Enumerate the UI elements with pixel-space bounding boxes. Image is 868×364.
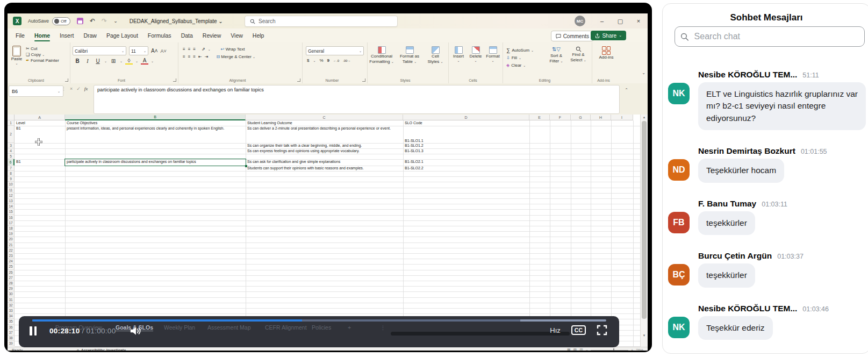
row-header-22: 22 [8, 248, 15, 253]
underline-button: U [94, 58, 102, 64]
comments-button: Comments [551, 31, 594, 41]
sender-name: Nesibe KÖROĞLU TEM... [698, 304, 797, 313]
row-header-21: 21 [8, 242, 15, 248]
grid-line [15, 253, 640, 254]
paste-icon [12, 46, 21, 56]
row-header-23: 23 [8, 253, 15, 259]
volume-icon[interactable] [130, 326, 141, 336]
bold-button: B [74, 58, 81, 64]
excel-search-box: Search [245, 16, 398, 27]
chat-panel: Sohbet Mesajları NK Nesibe KÖROĞLU TEM..… [662, 3, 868, 354]
accessibility-icon: ⚙ [76, 348, 79, 351]
grid-line [15, 176, 640, 177]
grid-line [15, 231, 640, 232]
chat-search-input[interactable] [693, 31, 859, 42]
row-header-34: 34 [8, 313, 15, 319]
grid-line [15, 226, 640, 226]
delete-cells-icon [472, 46, 480, 54]
chat-message-list[interactable]: NK Nesibe KÖROĞLU TEM... 51:11 ELT ve Li… [668, 70, 866, 353]
fullscreen-button[interactable] [597, 325, 607, 336]
message-bubble: ELT ve Linguistics hazırlık gruplarınız … [698, 82, 866, 130]
time-display: 00:28:10/01:00:00 [49, 327, 116, 335]
playback-speed-button[interactable]: Hız [550, 326, 561, 334]
column-header-E: E [529, 115, 550, 120]
grid-line [15, 303, 640, 303]
player-control-bar[interactable]: Program OverviewGoals & SLOsWeekly PlanA… [19, 316, 619, 347]
sheet-menu-ghost: ⋮ [380, 324, 386, 331]
zoom-in-icon: + [631, 348, 633, 351]
grid-line [15, 286, 640, 287]
format-cells-button: Format⌄ [485, 42, 501, 83]
format-painter-button: ✒ Format Painter [26, 58, 59, 63]
font-name-select: Calibri⌄ [73, 46, 126, 55]
row-header-11: 11 [8, 188, 15, 193]
cancel-icon: × [70, 86, 73, 91]
grid-line [15, 242, 640, 243]
cell-styles-icon [432, 46, 440, 54]
row-header-24: 24 [8, 259, 15, 264]
avatar: NK [668, 317, 690, 338]
ribbon-group-clipboard: Paste⌄ ✂ Cut ❏ Copy ⌄ ✒ Format Painter C… [8, 42, 70, 83]
grid-cell-C4: Ss can express feelings and opinions usi… [246, 148, 404, 155]
grid-line [550, 120, 550, 347]
merge-center-button: ⊟ Merge & Center ⌄ [216, 54, 255, 59]
clear-icon: ◈ [506, 63, 510, 68]
currency-icon: $ [307, 58, 309, 63]
column-header-C: C [246, 115, 403, 120]
row-header-32: 32 [8, 303, 15, 308]
grid-cell-A6: B1 [15, 159, 66, 167]
row-header-16: 16 [8, 215, 15, 220]
menu-tab-draw: Draw [78, 28, 102, 42]
window-controls: MC – ▢ × [575, 13, 648, 28]
message-time: 01:03:11 [762, 201, 787, 208]
column-header-F: F [550, 115, 571, 120]
message-bubble: teşekkürler [698, 211, 755, 235]
chat-search-box[interactable] [675, 26, 865, 47]
save-icon [77, 18, 83, 24]
align-left-icon: ≡ [183, 54, 185, 59]
grid-cell-C2: Ss can deliver a 2-minute oral presentat… [246, 126, 404, 144]
closed-captions-button[interactable]: CC [571, 325, 586, 335]
zoom-out-icon: − [586, 348, 588, 351]
grid-cell-D2: B1-SLO1.1 [404, 126, 530, 144]
grid-line [15, 220, 640, 221]
fill-button: ⇩ Fill ⌄ [506, 54, 545, 61]
row-header-5: 5 [8, 154, 15, 159]
undo-icon: ↶ [90, 17, 95, 25]
grid-cell-B2: present information, ideas, and personal… [66, 126, 247, 144]
menu-tab-insert: Insert [55, 28, 78, 42]
grid-line [15, 297, 640, 298]
add-sheet-ghost: + [348, 324, 351, 331]
font-size-select: 11⌄ [129, 46, 148, 55]
progress-bar[interactable] [32, 319, 606, 322]
avatar: ND [668, 159, 690, 181]
row-header-38: 38 [8, 336, 15, 341]
message-time: 01:03:46 [802, 305, 829, 313]
grid-cell-D7: B1-SLO2.2 [404, 166, 530, 172]
row-header-7: 7 [8, 166, 15, 171]
grow-font-icon: A˄ [151, 48, 158, 54]
borders-icon: ⊞ [110, 58, 117, 64]
pause-button[interactable] [30, 326, 37, 336]
menu-tab-page-layout: Page Layout [102, 28, 143, 42]
scissors-icon: ✂ [26, 46, 30, 51]
sender-name: Burcu Çetin Argün [698, 251, 772, 261]
progress-played [32, 319, 302, 322]
column-header-A: A [15, 115, 65, 120]
view-normal-icon: ▦ [567, 348, 571, 351]
video-player[interactable]: X AutoSave Off ↶ ↷ ⌄ DEDAK_Aligned_Sylla… [4, 3, 652, 352]
excel-title-bar: X AutoSave Off ↶ ↷ ⌄ DEDAK_Aligned_Sylla… [8, 13, 648, 28]
accessibility-status: ⚙ Accessibility: Investigate [76, 348, 126, 351]
row-header-19: 19 [8, 231, 15, 237]
share-icon [595, 33, 600, 38]
row-header-33: 33 [8, 308, 15, 313]
menu-tab-data: Data [176, 28, 198, 42]
divider-dots: ⋮ [61, 86, 66, 91]
decrease-indent-icon: ⇤ [198, 54, 202, 59]
menu-tab-home: Home [30, 28, 55, 42]
row-header-2: 2 [8, 126, 15, 143]
mouse-cursor-cross [35, 138, 42, 148]
scroll-down-icon: ▼ [641, 334, 648, 337]
grid-line [15, 264, 640, 265]
grid-line [15, 215, 640, 216]
